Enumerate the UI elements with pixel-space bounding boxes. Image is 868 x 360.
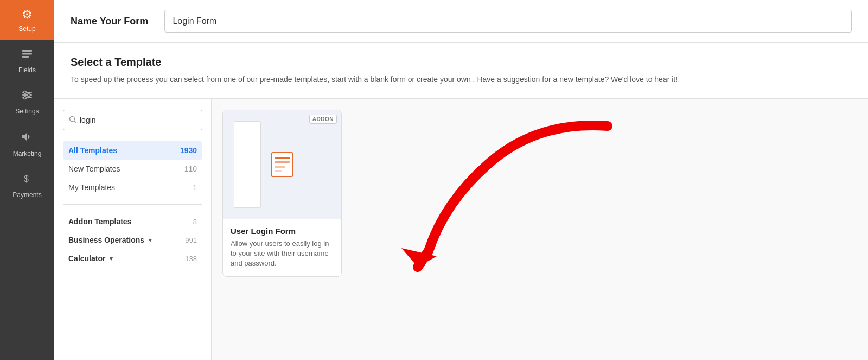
marketing-icon bbox=[21, 130, 34, 147]
card-info: User Login Form Allow your users to easi… bbox=[223, 219, 341, 276]
filter-all-label: All Templates bbox=[68, 146, 117, 155]
desc-after: . Have a suggestion for a new template? bbox=[473, 75, 611, 84]
filter-my-label: My Templates bbox=[68, 183, 115, 192]
setup-icon: ⚙ bbox=[22, 8, 33, 22]
sidebar-item-fields-label: Fields bbox=[18, 66, 36, 74]
filter-all-templates[interactable]: All Templates 1930 bbox=[63, 141, 202, 160]
svg-text:$: $ bbox=[24, 174, 29, 184]
filter-list: All Templates 1930 New Templates 110 My … bbox=[63, 141, 202, 197]
sidebar-item-fields[interactable]: Fields bbox=[0, 40, 54, 81]
create-own-link[interactable]: create your own bbox=[417, 75, 471, 84]
main-content: Name Your Form Select a Template To spee… bbox=[54, 0, 868, 360]
template-section: Select a Template To speed up the proces… bbox=[54, 43, 868, 360]
svg-rect-0 bbox=[22, 50, 32, 52]
card-name: User Login Form bbox=[231, 226, 334, 236]
filter-addon-count: 8 bbox=[193, 218, 197, 226]
section-title: Select a Template bbox=[71, 56, 852, 68]
template-card-user-login[interactable]: ADDON User Login Form Allow your users t… bbox=[222, 110, 342, 277]
svg-rect-1 bbox=[22, 53, 32, 55]
form-name-label: Name Your Form bbox=[71, 16, 148, 27]
filter-new-label: New Templates bbox=[68, 165, 120, 173]
form-name-input[interactable] bbox=[164, 10, 852, 33]
calculator-label-group: Calculator ▾ bbox=[68, 254, 113, 263]
filter-calculator[interactable]: Calculator ▾ 138 bbox=[63, 249, 202, 268]
sidebar-item-setup[interactable]: ⚙ Setup bbox=[0, 0, 54, 40]
sidebar-item-settings-label: Settings bbox=[15, 108, 39, 115]
search-icon bbox=[69, 116, 76, 125]
card-addon-badge: ADDON bbox=[309, 115, 337, 124]
filter-addon-templates[interactable]: Addon Templates 8 bbox=[63, 212, 202, 231]
svg-point-8 bbox=[24, 97, 27, 99]
left-panel: All Templates 1930 New Templates 110 My … bbox=[54, 99, 212, 360]
settings-icon bbox=[21, 89, 33, 104]
svg-point-7 bbox=[28, 94, 30, 97]
svg-point-6 bbox=[24, 91, 27, 94]
chevron-down-icon: ▾ bbox=[149, 237, 152, 244]
sidebar-item-settings[interactable]: Settings bbox=[0, 81, 54, 123]
sidebar-item-marketing-label: Marketing bbox=[13, 150, 42, 157]
desc-middle: or bbox=[408, 75, 417, 84]
filter-new-templates[interactable]: New Templates 110 bbox=[63, 160, 202, 178]
filter-calculator-label: Calculator bbox=[68, 254, 105, 263]
svg-rect-14 bbox=[275, 161, 290, 163]
sidebar-item-setup-label: Setup bbox=[18, 25, 35, 33]
template-body: All Templates 1930 New Templates 110 My … bbox=[54, 98, 868, 360]
filter-calculator-count: 138 bbox=[185, 255, 197, 263]
suggestion-link[interactable]: We'd love to hear it! bbox=[611, 75, 678, 84]
sidebar-item-marketing[interactable]: Marketing bbox=[0, 123, 54, 165]
svg-rect-16 bbox=[275, 170, 282, 172]
arrow-annotation bbox=[347, 110, 618, 300]
payments-icon: $ bbox=[21, 173, 33, 188]
form-icon bbox=[268, 150, 296, 179]
svg-line-11 bbox=[74, 121, 76, 123]
fields-icon bbox=[21, 48, 33, 63]
template-search-input[interactable] bbox=[80, 116, 196, 124]
card-description: Allow your users to easily log in to you… bbox=[231, 239, 334, 269]
svg-rect-2 bbox=[22, 56, 29, 58]
filter-all-count: 1930 bbox=[180, 146, 197, 155]
template-description: To speed up the process you can select f… bbox=[71, 74, 852, 85]
filter-new-count: 110 bbox=[184, 165, 197, 173]
filter-my-count: 1 bbox=[193, 183, 197, 192]
business-label-group: Business Operations ▾ bbox=[68, 236, 152, 244]
search-box[interactable] bbox=[63, 110, 202, 130]
svg-rect-15 bbox=[275, 166, 285, 168]
filter-my-templates[interactable]: My Templates 1 bbox=[63, 178, 202, 197]
sidebar-item-payments[interactable]: $ Payments bbox=[0, 165, 54, 206]
blank-form-link[interactable]: blank form bbox=[371, 75, 406, 84]
right-panel: ADDON User Login Form Allow your users t… bbox=[212, 99, 868, 360]
filter-divider bbox=[63, 204, 202, 205]
chevron-down-icon-2: ▾ bbox=[110, 255, 113, 262]
sidebar: ⚙ Setup Fields Settings bbox=[0, 0, 54, 360]
filter-addon-label: Addon Templates bbox=[68, 217, 131, 226]
card-preview bbox=[223, 110, 341, 219]
filter-business-count: 991 bbox=[185, 236, 197, 244]
svg-rect-13 bbox=[275, 157, 290, 159]
header-row: Name Your Form bbox=[54, 0, 868, 43]
desc-before: To speed up the process you can select f… bbox=[71, 75, 371, 84]
filter-business-label: Business Operations bbox=[68, 236, 144, 244]
template-header: Select a Template To speed up the proces… bbox=[54, 43, 868, 91]
filter-business-operations[interactable]: Business Operations ▾ 991 bbox=[63, 231, 202, 249]
svg-rect-12 bbox=[271, 153, 293, 176]
sidebar-item-payments-label: Payments bbox=[12, 191, 41, 199]
